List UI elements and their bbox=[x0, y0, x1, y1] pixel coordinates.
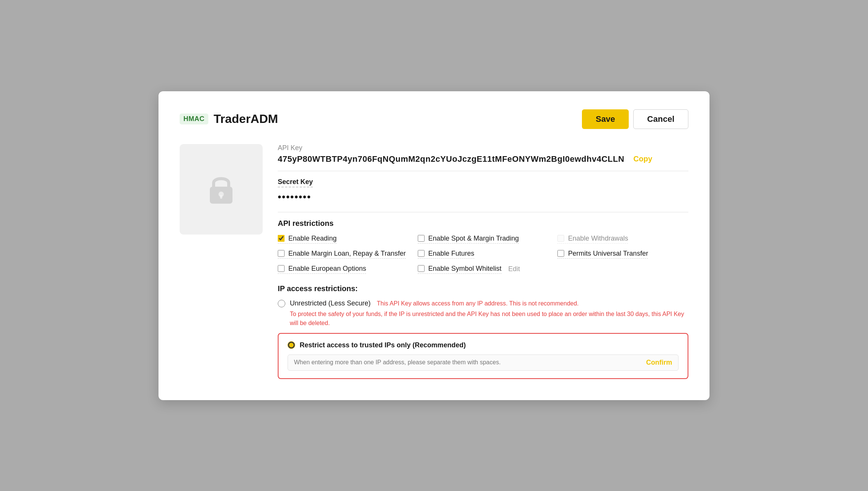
cancel-button[interactable]: Cancel bbox=[633, 109, 688, 129]
checkbox-european-options[interactable] bbox=[278, 265, 285, 272]
checkbox-permits-universal[interactable] bbox=[557, 250, 564, 257]
page-title: TraderADM bbox=[214, 112, 278, 126]
api-key-row: 475yP80WTBTP4yn706FqNQumM2qn2cYUoJczgE11… bbox=[278, 154, 688, 164]
radio-trusted[interactable] bbox=[288, 341, 295, 349]
api-key-label: API Key bbox=[278, 144, 688, 152]
checkbox-margin-loan[interactable] bbox=[278, 250, 285, 257]
radio-unrestricted[interactable] bbox=[278, 300, 285, 307]
restrictions-grid: Enable Reading Enable Spot & Margin Trad… bbox=[278, 235, 688, 274]
restriction-enable-spot[interactable]: Enable Spot & Margin Trading bbox=[418, 235, 549, 244]
ip-unrestricted-label-row: Unrestricted (Less Secure) This API Key … bbox=[290, 299, 688, 308]
restriction-label-enable-withdrawals: Enable Withdrawals bbox=[568, 235, 628, 242]
restriction-symbol-whitelist[interactable]: Enable Symbol Whitelist Edit bbox=[418, 265, 549, 274]
ip-option-unrestricted: Unrestricted (Less Secure) This API Key … bbox=[278, 299, 688, 328]
svg-rect-2 bbox=[220, 195, 222, 199]
ip-option-unrestricted-row: Unrestricted (Less Secure) This API Key … bbox=[278, 299, 688, 328]
divider-2 bbox=[278, 212, 688, 212]
modal-body: API Key 475yP80WTBTP4yn706FqNQumM2qn2cYU… bbox=[180, 144, 688, 379]
hmac-badge: HMAC bbox=[180, 114, 208, 124]
lock-icon-box bbox=[180, 144, 263, 235]
header-buttons: Save Cancel bbox=[582, 109, 688, 129]
ip-section-title: IP access restrictions: bbox=[278, 284, 688, 293]
secret-key-label: Secret Key bbox=[278, 178, 313, 187]
unrestricted-warning-block: To protect the safety of your funds, if … bbox=[290, 310, 688, 328]
modal-container: HMAC TraderADM Save Cancel bbox=[159, 91, 709, 400]
restriction-label-symbol-whitelist: Enable Symbol Whitelist bbox=[428, 265, 502, 273]
restriction-enable-reading[interactable]: Enable Reading bbox=[278, 235, 409, 244]
restriction-label-enable-reading: Enable Reading bbox=[288, 235, 337, 242]
trusted-ip-input-row: Confirm bbox=[288, 354, 679, 371]
trusted-ip-label: Restrict access to trusted IPs only (Rec… bbox=[300, 341, 466, 349]
restriction-label-enable-futures: Enable Futures bbox=[428, 250, 474, 258]
restriction-permits-universal[interactable]: Permits Universal Transfer bbox=[557, 250, 688, 259]
header-left: HMAC TraderADM bbox=[180, 112, 278, 126]
restriction-enable-withdrawals[interactable]: Enable Withdrawals bbox=[557, 235, 688, 244]
checkbox-enable-spot[interactable] bbox=[418, 235, 425, 242]
checkbox-enable-futures[interactable] bbox=[418, 250, 425, 257]
checkbox-symbol-whitelist[interactable] bbox=[418, 265, 425, 272]
checkbox-enable-reading[interactable] bbox=[278, 235, 285, 242]
ip-option-trusted-box: Restrict access to trusted IPs only (Rec… bbox=[278, 333, 688, 379]
divider-1 bbox=[278, 171, 688, 171]
restriction-enable-futures[interactable]: Enable Futures bbox=[418, 250, 549, 259]
modal-header: HMAC TraderADM Save Cancel bbox=[180, 109, 688, 129]
ip-option-unrestricted-text: Unrestricted (Less Secure) This API Key … bbox=[290, 299, 688, 328]
restriction-european-options[interactable]: Enable European Options bbox=[278, 265, 409, 274]
unrestricted-warning-inline: This API Key allows access from any IP a… bbox=[377, 300, 579, 307]
trusted-ip-row: Restrict access to trusted IPs only (Rec… bbox=[288, 341, 679, 349]
restrictions-title: API restrictions bbox=[278, 219, 688, 228]
restriction-margin-loan[interactable]: Enable Margin Loan, Repay & Transfer bbox=[278, 250, 409, 259]
api-key-value: 475yP80WTBTP4yn706FqNQumM2qn2cYUoJczgE11… bbox=[278, 154, 624, 164]
symbol-whitelist-edit[interactable]: Edit bbox=[508, 265, 520, 273]
checkbox-enable-withdrawals[interactable] bbox=[557, 235, 564, 242]
save-button[interactable]: Save bbox=[582, 109, 628, 129]
restriction-label-permits-universal: Permits Universal Transfer bbox=[568, 250, 648, 258]
secret-key-value: •••••••• bbox=[278, 191, 688, 203]
trusted-ip-input[interactable] bbox=[294, 359, 646, 366]
confirm-button[interactable]: Confirm bbox=[646, 359, 672, 367]
copy-button[interactable]: Copy bbox=[633, 155, 652, 163]
main-content: API Key 475yP80WTBTP4yn706FqNQumM2qn2cYU… bbox=[278, 144, 688, 379]
restriction-label-european-options: Enable European Options bbox=[288, 265, 366, 273]
restriction-label-margin-loan: Enable Margin Loan, Repay & Transfer bbox=[288, 250, 406, 258]
modal-overlay: HMAC TraderADM Save Cancel bbox=[0, 0, 868, 491]
unrestricted-option-name: Unrestricted (Less Secure) bbox=[290, 299, 371, 307]
restriction-label-enable-spot: Enable Spot & Margin Trading bbox=[428, 235, 519, 242]
lock-icon bbox=[204, 172, 238, 206]
